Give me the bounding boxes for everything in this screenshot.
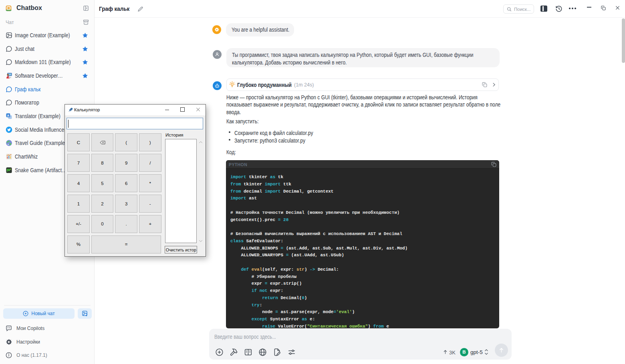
svg-text:A: A bbox=[7, 114, 9, 117]
